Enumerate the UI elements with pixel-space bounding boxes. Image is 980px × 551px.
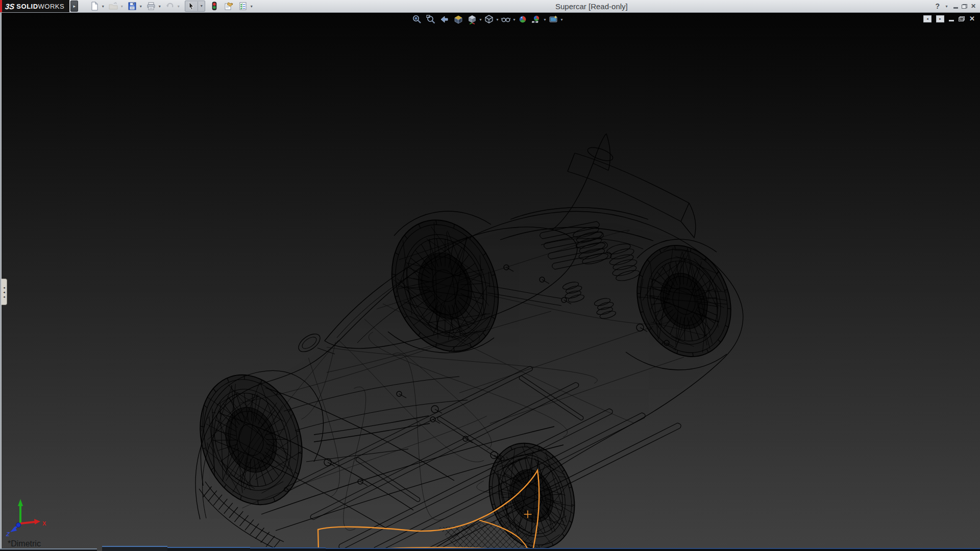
hide-show-items-icon (501, 14, 511, 24)
document-title: Supercar [Read-only] (555, 2, 628, 11)
solidworks-logo: 3S SOLIDWORKS (0, 0, 69, 12)
orientation-triad: X Z (6, 499, 46, 537)
titlebar-controls: ? ▾ ✕ (935, 0, 976, 12)
print-button[interactable] (146, 1, 156, 11)
help-flyout[interactable]: ▾ (943, 4, 950, 9)
document-options-flyout[interactable]: ▾ (248, 4, 255, 9)
traffic-light-button[interactable] (209, 1, 219, 11)
taskbar-edge (326, 548, 980, 551)
open-icon (109, 2, 118, 11)
solidworks-window: 3S SOLIDWORKS ▸ ▾ ▾ (0, 0, 980, 551)
undo-button[interactable] (165, 1, 175, 11)
document-options-button[interactable] (238, 1, 248, 11)
select-tool-flyout[interactable]: ▾ (198, 2, 205, 11)
display-style-flyout[interactable]: ▾ (495, 17, 500, 22)
undo-flyout[interactable]: ▾ (175, 4, 182, 9)
select-cursor-icon (187, 2, 196, 11)
wheel (374, 205, 516, 366)
save-icon (128, 2, 137, 11)
new-document-button[interactable] (89, 1, 100, 11)
open-flyout[interactable]: ▾ (118, 4, 125, 9)
panel-collapse-icon: ◂ (3, 295, 5, 298)
view-orientation-label: *Dimetric (8, 539, 41, 548)
section-view-icon (453, 14, 463, 24)
menu-expander-icon[interactable]: ▸ (70, 1, 78, 12)
edit-appearance-button[interactable] (517, 14, 528, 25)
comment-markup-button[interactable] (224, 1, 234, 11)
standard-toolbar: ▾ ▾ ▾ (89, 1, 255, 12)
zoom-to-area-icon (426, 14, 436, 24)
open-button[interactable] (108, 1, 118, 11)
traffic-light-icon (210, 2, 219, 11)
minimized-window-fragment[interactable] (250, 547, 326, 551)
section-view-button[interactable] (453, 14, 464, 25)
wireframe-detail-layer (184, 205, 747, 551)
view-settings-button[interactable] (548, 14, 559, 25)
headsup-view-toolbar: ▾ ▾ ▾ (411, 14, 565, 25)
undo-icon (165, 2, 175, 11)
hide-show-items-button[interactable] (500, 14, 511, 25)
edit-appearance-icon (518, 14, 528, 24)
restore-button[interactable] (962, 4, 967, 9)
titlebar: 3S SOLIDWORKS ▸ ▾ ▾ (0, 0, 980, 13)
save-flyout[interactable]: ▾ (137, 4, 144, 9)
minimized-window-fragment[interactable] (102, 546, 167, 551)
document-restore-button[interactable] (959, 16, 965, 21)
document-options-icon (238, 2, 248, 11)
brand-accent (0, 0, 2, 12)
pane-expand-right-icon[interactable]: ▸ (936, 15, 944, 22)
brand-name-bold: SOLID (16, 3, 38, 10)
print-flyout[interactable]: ▾ (156, 4, 163, 9)
wheel (621, 231, 747, 371)
triad-z-label: Z (6, 531, 10, 537)
close-button[interactable]: ✕ (971, 3, 976, 10)
display-style-icon (484, 14, 494, 24)
triad-x-label: X (42, 520, 46, 527)
comment-markup-icon (224, 2, 233, 11)
document-minimize-button[interactable] (949, 20, 954, 21)
panel-collapse-icon: ◂ (3, 290, 5, 294)
view-settings-flyout[interactable]: ▾ (559, 17, 565, 22)
view-settings-icon (548, 14, 558, 24)
save-button[interactable] (127, 1, 137, 11)
select-tool-active[interactable]: ▾ (185, 1, 205, 12)
document-close-button[interactable]: ✕ (969, 15, 975, 22)
minimized-window-fragment (0, 548, 97, 551)
brand-glyph: 3S (5, 2, 15, 11)
featuremanager-collapsed-tab[interactable]: ◂ ◂ ◂ (2, 279, 7, 305)
brand-name-light: WORKS (38, 3, 65, 10)
graphics-viewport[interactable]: X Z (0, 12, 980, 551)
help-icon[interactable]: ? (935, 2, 940, 10)
hide-show-items-flyout[interactable]: ▾ (511, 17, 517, 22)
minimize-button[interactable] (953, 7, 958, 9)
apply-scene-flyout[interactable]: ▾ (542, 17, 548, 22)
apply-scene-icon (531, 14, 542, 24)
document-window-controls: ◂ ▸ ✕ (923, 15, 975, 22)
zoom-to-fit-button[interactable] (411, 14, 423, 25)
select-tool-button[interactable] (185, 1, 198, 11)
previous-view-icon (439, 14, 450, 24)
wheel (184, 362, 318, 518)
view-orientation-button[interactable] (467, 14, 478, 25)
new-document-flyout[interactable]: ▾ (100, 4, 106, 9)
minimized-window-fragment[interactable] (167, 547, 250, 551)
print-icon (146, 2, 156, 11)
pane-collapse-left-icon[interactable]: ◂ (923, 15, 932, 22)
zoom-to-area-button[interactable] (425, 14, 436, 25)
view-orientation-icon (467, 14, 477, 24)
previous-view-button[interactable] (439, 14, 450, 25)
model-canvas[interactable]: X Z (0, 12, 980, 551)
apply-scene-button[interactable] (531, 14, 542, 25)
zoom-to-fit-icon (412, 14, 422, 24)
panel-collapse-icon: ◂ (3, 286, 5, 289)
view-orientation-flyout[interactable]: ▾ (478, 17, 483, 22)
display-style-button[interactable] (483, 14, 495, 25)
new-document-icon (90, 2, 99, 11)
